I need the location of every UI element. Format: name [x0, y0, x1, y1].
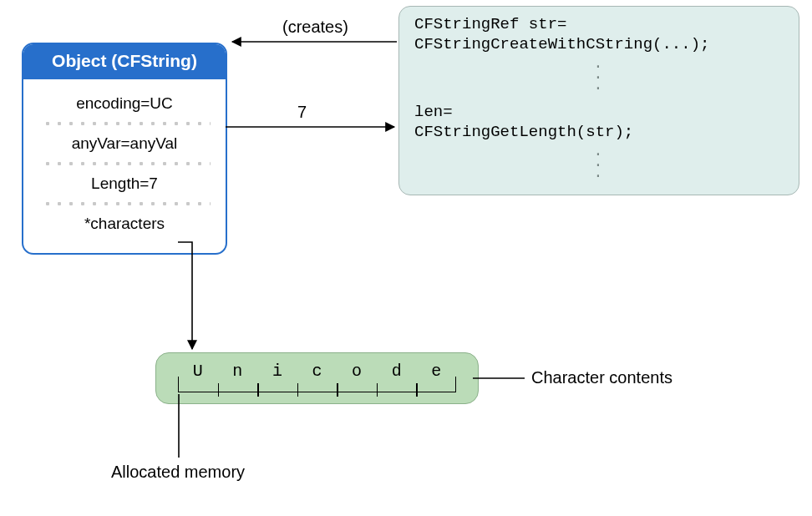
code-line: len= [414, 103, 784, 123]
code-line: CFStringGetLength(str); [414, 123, 784, 143]
contents-label: Character contents [531, 368, 672, 387]
code-line: CFStringCreateWithCString(...); [414, 35, 784, 55]
object-card: Object (CFString) encoding=UC anyVar=any… [22, 43, 227, 255]
dotted-separator [38, 161, 211, 166]
creates-label: (creates) [282, 18, 348, 37]
object-row: Length=7 [35, 168, 214, 200]
dotted-separator [38, 201, 211, 206]
code-block: CFStringRef str= CFStringCreateWithCStri… [398, 6, 799, 195]
dotted-separator [38, 121, 211, 126]
memory-bracket [178, 377, 456, 392]
object-body: encoding=UC anyVar=anyVal Length=7 *char… [23, 79, 226, 253]
vertical-ellipsis-icon: ··· [414, 143, 784, 191]
characters-arrow [178, 242, 192, 349]
diagram-canvas: Object (CFString) encoding=UC anyVar=any… [0, 0, 812, 516]
object-title: Object (CFString) [23, 44, 226, 79]
vertical-ellipsis-icon: ··· [414, 55, 784, 104]
object-row: *characters [35, 208, 214, 240]
allocated-label: Allocated memory [111, 463, 245, 482]
length-value-label: 7 [297, 103, 307, 122]
memory-bar: U n i c o d e [155, 352, 479, 404]
object-row: anyVar=anyVal [35, 128, 214, 159]
code-line: CFStringRef str= [414, 15, 784, 35]
object-row: encoding=UC [35, 88, 214, 119]
